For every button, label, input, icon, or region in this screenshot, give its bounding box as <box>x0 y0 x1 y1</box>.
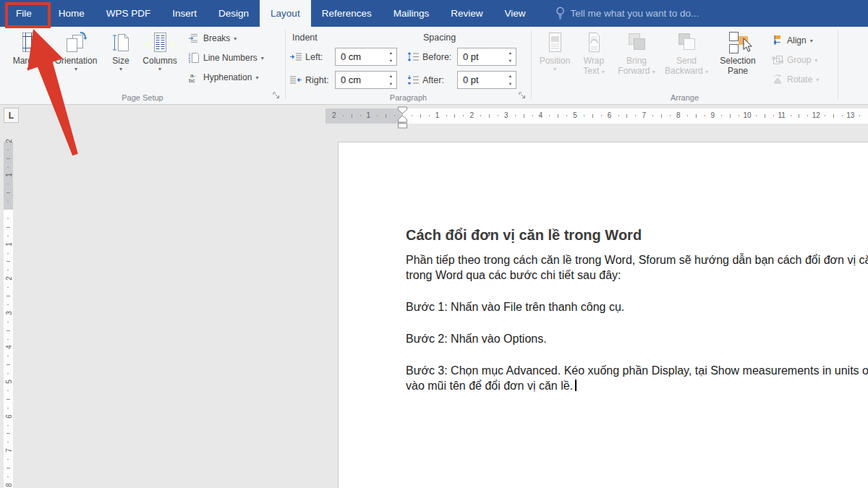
tab-stop-selector[interactable]: L <box>4 108 19 123</box>
ruler-tick <box>7 158 10 159</box>
ruler-tick <box>463 115 464 116</box>
tab-references[interactable]: References <box>311 0 383 27</box>
ruler-number: 9 <box>711 111 715 119</box>
wrap-text-label-2: Text <box>583 66 599 76</box>
ruler-tick <box>7 150 9 150</box>
rotate-button: Rotate ▾ <box>772 72 819 87</box>
doc-heading: Cách đổi đơn vị căn lề trong Word <box>406 227 868 244</box>
ruler-number: 12 <box>812 111 820 119</box>
tab-layout[interactable]: Layout <box>260 0 311 27</box>
ruler-tick <box>7 433 10 434</box>
tell-me-box[interactable]: Tell me what you want to do... <box>556 0 699 27</box>
chevron-down-icon: ▾ <box>255 75 258 81</box>
dialog-launcher-icon[interactable] <box>519 92 527 100</box>
ruler-number: 5 <box>573 111 577 119</box>
tab-design[interactable]: Design <box>208 0 260 27</box>
line-numbers-label: Line Numbers <box>203 53 258 63</box>
ruler-tick <box>7 218 9 219</box>
group-paragraph: Indent Spacing Left: 0 cm ▴▾ Right: <box>286 27 531 104</box>
ruler-number: 8 <box>5 483 13 487</box>
chevron-down-icon: ▾ <box>652 69 655 75</box>
vertical-ruler[interactable]: 1234567812 <box>4 142 13 488</box>
ruler-tick <box>842 115 843 116</box>
ruler-number: 7 <box>642 111 646 119</box>
dialog-launcher-icon[interactable] <box>273 92 281 100</box>
indent-right-stepper[interactable]: ▴▾ <box>386 72 396 87</box>
tab-insert[interactable]: Insert <box>161 0 208 27</box>
tab-view[interactable]: View <box>493 0 536 27</box>
chevron-down-icon: ▾ <box>75 67 77 72</box>
bring-forward-label-1: Bring <box>626 56 647 66</box>
spacing-after-field: After: 0 pt ▴▾ <box>407 71 516 89</box>
send-backward-label-1: Send <box>676 56 697 66</box>
indent-left-input[interactable]: 0 cm ▴▾ <box>335 48 397 66</box>
align-button[interactable]: Align ▾ <box>772 33 813 48</box>
bring-forward-button: Bring Forward ▾ <box>614 30 659 76</box>
tell-me-placeholder: Tell me what you want to do... <box>571 8 699 19</box>
breaks-button[interactable]: Breaks ▾ <box>188 31 237 46</box>
group-label-arrange: Arrange <box>532 93 838 102</box>
chevron-down-icon: ▾ <box>119 67 122 72</box>
ruler-tick <box>635 115 636 116</box>
selection-pane-label-1: Selection <box>720 56 755 66</box>
ruler-tick <box>7 330 10 331</box>
line-numbers-icon: 1 2 3 <box>188 52 200 64</box>
ruler-tick <box>670 115 671 116</box>
ruler-tick <box>480 115 481 116</box>
ruler-tick <box>791 115 791 116</box>
spacing-after-icon <box>407 75 419 85</box>
chevron-down-icon: ▾ <box>810 38 813 44</box>
ruler-tick <box>7 459 9 460</box>
tab-mailings[interactable]: Mailings <box>383 0 441 27</box>
doc-step3-line: Bước 3: Chọn mục Advanced. Kéo xuống phầ… <box>406 363 868 378</box>
chevron-down-icon: ▾ <box>158 67 161 72</box>
doc-step1-line: Bước 1: Nhấn vào File trên thanh công cụ… <box>406 299 868 314</box>
ruler-number: 6 <box>608 111 612 119</box>
ruler-tick <box>765 114 765 118</box>
tab-home[interactable]: Home <box>48 0 95 27</box>
align-label: Align <box>787 35 807 46</box>
chevron-down-icon: ▾ <box>234 36 237 42</box>
ruler-tick <box>807 115 808 116</box>
spacing-after-stepper[interactable]: ▴▾ <box>506 72 515 87</box>
indent-left-icon <box>290 52 302 61</box>
breaks-icon <box>188 33 200 44</box>
ribbon-tab-bar: File Home WPS PDF Insert Design Layout R… <box>0 0 868 27</box>
ruler-tick <box>7 408 9 408</box>
hyphenation-label: Hyphenation <box>203 72 252 82</box>
spacing-after-input[interactable]: 0 pt ▴▾ <box>457 71 516 89</box>
size-icon <box>109 31 132 54</box>
ruler-tick <box>7 339 9 340</box>
margins-label: Margins <box>13 56 44 66</box>
hyphenation-button[interactable]: a- bc Hyphenation ▾ <box>188 70 258 85</box>
indent-left-field: Left: 0 cm ▴▾ <box>290 48 397 66</box>
selection-pane-label-2: Pane <box>728 66 748 76</box>
horizontal-ruler[interactable]: 1234567891011121312 <box>326 108 868 124</box>
document-text: Cách đổi đơn vị căn lề trong Word Phần t… <box>406 227 868 393</box>
margins-icon <box>17 31 40 54</box>
selection-pane-button[interactable]: Selection Pane <box>715 30 760 76</box>
ruler-number: 5 <box>5 380 13 384</box>
indent-left-stepper[interactable]: ▴▾ <box>386 49 396 64</box>
ruler-number: 2 <box>5 139 13 143</box>
margins-button[interactable]: Margins ▾ <box>6 30 51 72</box>
size-button[interactable]: Size ▾ <box>106 30 136 72</box>
breaks-label: Breaks <box>203 33 230 43</box>
indent-right-input[interactable]: 0 cm ▴▾ <box>335 71 397 89</box>
position-icon <box>543 31 566 54</box>
line-numbers-button[interactable]: 1 2 3 Line Numbers ▾ <box>188 51 264 65</box>
columns-button[interactable]: Columns ▾ <box>139 30 181 72</box>
tab-review[interactable]: Review <box>440 0 493 27</box>
ruler-tick <box>7 227 10 228</box>
indent-header: Indent <box>292 33 318 43</box>
orientation-button[interactable]: Orientation ▾ <box>51 30 101 72</box>
group-button: Group ▾ <box>772 53 817 67</box>
text-caret <box>575 380 576 391</box>
spacing-before-input[interactable]: 0 pt ▴▾ <box>457 48 516 66</box>
tab-wps-pdf[interactable]: WPS PDF <box>95 0 162 27</box>
chevron-down-icon: ▾ <box>553 67 556 72</box>
spacing-before-stepper[interactable]: ▴▾ <box>506 49 515 64</box>
ruler-tick <box>412 115 412 116</box>
ruler-tick <box>618 115 619 116</box>
ruler-tick <box>652 115 653 116</box>
